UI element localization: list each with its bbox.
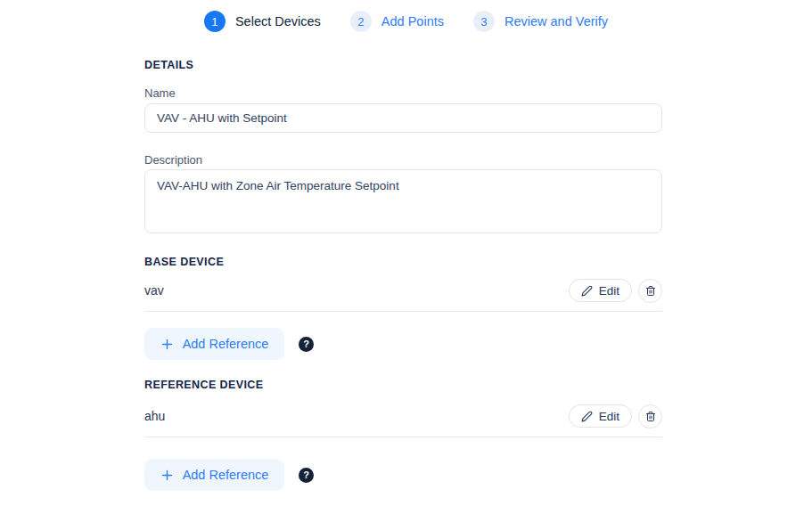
reference-device-name: ahu <box>144 409 165 423</box>
reference-device-heading: REFERENCE DEVICE <box>144 379 662 391</box>
step-review-and-verify[interactable]: 3 Review and Verify <box>473 11 608 32</box>
description-label: Description <box>144 153 662 167</box>
step-add-points[interactable]: 2 Add Points <box>350 11 444 32</box>
step-select-devices[interactable]: 1 Select Devices <box>204 11 321 32</box>
trash-icon <box>645 285 656 297</box>
details-heading: DETAILS <box>144 59 662 71</box>
base-device-actions: Edit <box>569 279 662 303</box>
add-reference-label: Add Reference <box>183 337 269 351</box>
base-device-row: vav Edit <box>144 279 662 302</box>
pencil-icon <box>581 285 593 297</box>
help-icon[interactable]: ? <box>299 337 314 352</box>
pencil-icon <box>581 411 593 422</box>
edit-button-label: Edit <box>599 284 619 298</box>
step-label: Add Points <box>381 14 444 29</box>
step-label: Select Devices <box>235 14 321 29</box>
stepper: 1 Select Devices 2 Add Points 3 Review a… <box>0 0 812 32</box>
help-icon[interactable]: ? <box>299 468 314 483</box>
add-reference-row: Add Reference ? <box>144 459 662 491</box>
edit-button-label: Edit <box>599 410 619 423</box>
base-device-delete-button[interactable] <box>638 279 662 303</box>
base-device-name: vav <box>144 283 164 298</box>
step-number-badge: 3 <box>473 11 495 32</box>
reference-device-edit-button[interactable]: Edit <box>569 404 632 428</box>
reference-device-delete-button[interactable] <box>638 404 662 428</box>
form-content: DETAILS Name Description VAV-AHU with Zo… <box>144 59 662 491</box>
base-device-edit-button[interactable]: Edit <box>569 279 632 302</box>
reference-device-actions: Edit <box>569 404 662 428</box>
add-reference-label: Add Reference <box>183 468 269 482</box>
step-number-badge: 2 <box>350 11 372 32</box>
step-label: Review and Verify <box>504 14 608 29</box>
divider <box>144 311 662 312</box>
step-number-badge: 1 <box>204 11 226 32</box>
add-reference-row: Add Reference ? <box>144 328 662 360</box>
base-device-heading: BASE DEVICE <box>144 256 662 268</box>
divider <box>144 437 662 437</box>
add-reference-button[interactable]: Add Reference <box>144 459 284 491</box>
name-label: Name <box>144 86 662 100</box>
name-input[interactable] <box>144 103 662 133</box>
trash-icon <box>645 411 656 422</box>
add-reference-button[interactable]: Add Reference <box>144 328 284 360</box>
plus-icon <box>160 338 174 351</box>
description-input[interactable]: VAV-AHU with Zone Air Temperature Setpoi… <box>144 169 662 233</box>
reference-device-row: ahu Edit <box>144 404 662 428</box>
plus-icon <box>160 469 174 482</box>
